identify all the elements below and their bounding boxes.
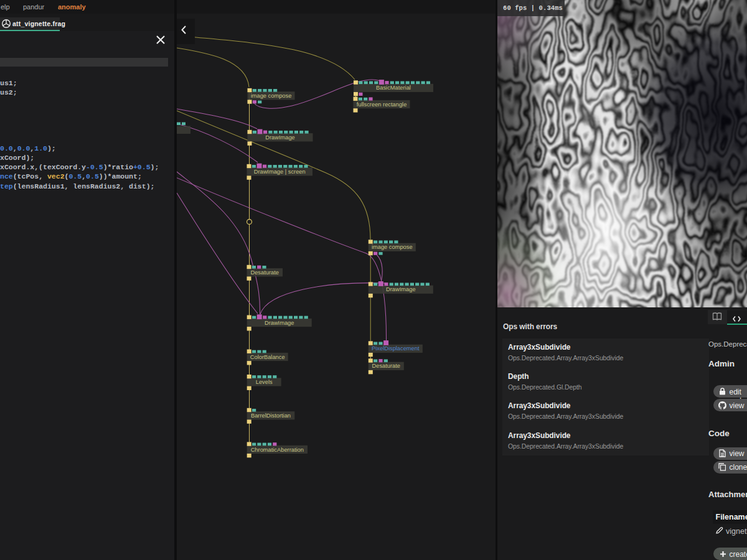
svg-text:BasicMaterial: BasicMaterial — [376, 85, 411, 91]
svg-text:DrawImage | screen: DrawImage | screen — [254, 169, 306, 175]
svg-text:BarrelDistortian: BarrelDistortian — [251, 413, 291, 419]
svg-text:image compose: image compose — [251, 93, 292, 99]
svg-text:DrawImage: DrawImage — [265, 320, 294, 326]
svg-text:image compose: image compose — [372, 244, 413, 250]
svg-text:PixelDisplacement: PixelDisplacement — [372, 345, 420, 352]
svg-text:DrawImage: DrawImage — [265, 134, 295, 141]
svg-text:ColorBalance: ColorBalance — [250, 354, 285, 360]
svg-text:ChromaticAberration: ChromaticAberration — [251, 447, 304, 453]
svg-text:Desaturate: Desaturate — [250, 269, 278, 276]
svg-text:Desaturate: Desaturate — [372, 363, 400, 369]
svg-text:DrawImage: DrawImage — [386, 286, 416, 292]
svg-text:Levels: Levels — [256, 379, 273, 385]
svg-text:fullscreen rectangle: fullscreen rectangle — [357, 101, 407, 108]
